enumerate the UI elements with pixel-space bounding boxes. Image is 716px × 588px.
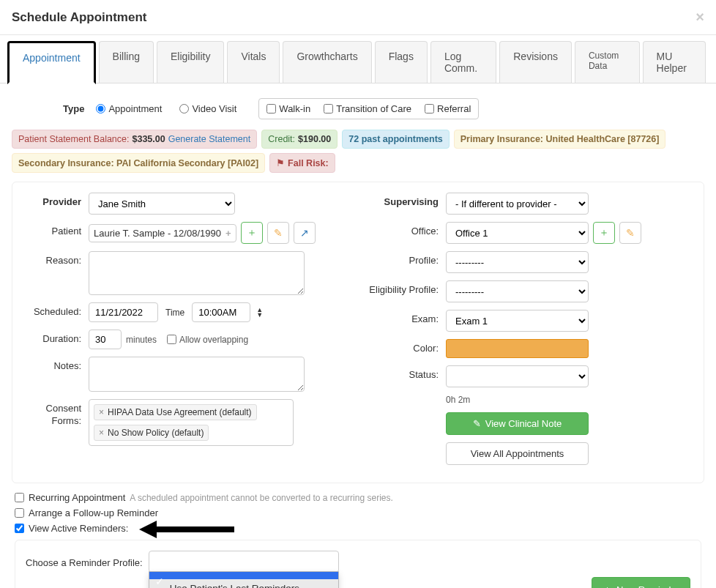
consent-tag-noshow: ×No Show Policy (default) <box>94 425 209 441</box>
check-referral-label: Referral <box>437 103 471 114</box>
view-active-reminders-label: View Active Reminders: <box>29 523 128 534</box>
minutes-label: minutes <box>126 335 157 345</box>
tab-flags[interactable]: Flags <box>375 41 428 83</box>
recurring-hint: A scheduled appointment cannot be conver… <box>130 493 393 503</box>
fallrisk-text: Fall Risk: <box>288 158 329 168</box>
check-transition[interactable]: Transition of Care <box>324 103 411 114</box>
eligibility-profile-select[interactable]: --------- <box>446 280 589 302</box>
check-transition-label: Transition of Care <box>336 103 411 114</box>
office-label: Office: <box>365 222 446 237</box>
check-referral[interactable]: Referral <box>425 103 471 114</box>
annotation-arrow-icon <box>139 521 234 538</box>
secondary-ins-text: Secondary Insurance: PAI California Seco… <box>18 158 258 168</box>
badge-credit: Credit: $190.00 <box>261 130 338 149</box>
profile-select[interactable]: --------- <box>446 251 589 273</box>
recurring-label: Recurring Appointment <box>29 492 125 503</box>
radio-video-visit[interactable]: Video Visit <box>179 103 236 114</box>
remove-consent-icon[interactable]: × <box>99 428 104 438</box>
add-patient-button[interactable]: ＋ <box>241 222 263 244</box>
notes-textarea[interactable] <box>89 357 305 392</box>
badge-primary-insurance: Primary Insurance: United HealthCare [87… <box>454 130 666 149</box>
credit-amount: $190.00 <box>298 134 331 144</box>
view-clinical-note-button[interactable]: ✎View Clinical Note <box>446 412 589 435</box>
edit-office-button[interactable]: ✎ <box>619 222 641 244</box>
reminder-profile-dropdown: Use Patient's Last Reminders Surgery (Ja… <box>149 571 339 588</box>
tab-growthcharts[interactable]: Growthcharts <box>283 41 371 83</box>
badge-secondary-insurance: Secondary Insurance: PAI California Seco… <box>12 153 265 173</box>
tab-revisions[interactable]: Revisions <box>499 41 572 83</box>
tab-custom-data[interactable]: Custom Data <box>575 41 640 83</box>
allow-overlap-check[interactable]: Allow overlapping <box>167 335 248 345</box>
edit-icon: ✎ <box>473 418 481 429</box>
past-appts-text: 72 past appointments <box>348 134 443 144</box>
type-label: Type <box>63 103 84 114</box>
status-label: Status: <box>365 365 446 380</box>
tab-log-comm[interactable]: Log Comm. <box>430 41 496 83</box>
reminder-profile-select[interactable] <box>149 551 339 573</box>
provider-select[interactable]: Jane Smith <box>89 193 235 215</box>
badge-statement-balance: Patient Statement Balance: $335.00 Gener… <box>12 130 257 149</box>
primary-ins-text: Primary Insurance: United HealthCare [87… <box>460 134 660 144</box>
remove-consent-icon[interactable]: × <box>99 407 104 417</box>
generate-statement-link[interactable]: Generate Statement <box>168 134 251 144</box>
consent-forms-box[interactable]: ×HIPAA Data Use Agreement (default) ×No … <box>89 399 294 446</box>
status-time: 0h 2m <box>446 395 470 405</box>
duration-label: Duration: <box>23 330 89 344</box>
external-link-button[interactable]: ↗ <box>294 222 316 244</box>
check-walkin-label: Walk-in <box>279 103 310 114</box>
reminder-option-blank[interactable] <box>149 572 338 579</box>
statement-label: Patient Statement Balance: <box>18 134 129 144</box>
tab-mu-helper[interactable]: MU Helper <box>643 41 706 83</box>
supervising-label: Supervising <box>365 193 446 207</box>
consent1-text: HIPAA Data Use Agreement (default) <box>108 407 252 417</box>
supervising-select[interactable]: - If different to provider - <box>446 193 589 215</box>
reminder-option-last[interactable]: Use Patient's Last Reminders <box>149 579 338 588</box>
credit-label: Credit: <box>268 134 295 144</box>
badge-past-appointments[interactable]: 72 past appointments <box>342 130 450 149</box>
add-office-button[interactable]: ＋ <box>593 222 615 244</box>
followup-checkbox[interactable] <box>15 508 24 518</box>
reason-textarea[interactable] <box>89 251 305 295</box>
notes-label: Notes: <box>23 357 89 371</box>
radio-video-label: Video Visit <box>192 103 236 114</box>
view-all-appointments-button[interactable]: View All Appointments <box>446 442 589 465</box>
color-label: Color: <box>365 339 446 354</box>
edit-patient-button[interactable]: ✎ <box>267 222 289 244</box>
office-select[interactable]: Office 1 <box>446 222 589 244</box>
time-spinner[interactable]: ▲▼ <box>256 308 263 318</box>
close-icon[interactable]: × <box>696 9 704 26</box>
provider-label: Provider <box>23 193 89 207</box>
plus-icon: ＋ <box>603 583 612 588</box>
new-reminder-button[interactable]: ＋New Reminder <box>592 577 690 588</box>
check-walkin[interactable]: Walk-in <box>266 103 310 114</box>
status-select[interactable] <box>446 365 589 387</box>
color-swatch[interactable] <box>446 339 589 358</box>
consent2-text: No Show Policy (default) <box>108 428 204 438</box>
radio-appointment[interactable]: Appointment <box>96 103 162 114</box>
allow-overlap-label: Allow overlapping <box>179 335 248 345</box>
patient-value: Laurie T. Sample - 12/08/1990 <box>94 228 221 239</box>
tab-billing[interactable]: Billing <box>99 41 154 83</box>
tab-vitals[interactable]: Vitals <box>227 41 280 83</box>
profile-label: Profile: <box>365 251 446 266</box>
radio-appointment-label: Appointment <box>108 103 162 114</box>
exam-select[interactable]: Exam 1 <box>446 310 589 332</box>
patient-field[interactable]: Laurie T. Sample - 12/08/1990 + <box>89 224 236 242</box>
exam-label: Exam: <box>365 310 446 324</box>
followup-label: Arrange a Follow-up Reminder <box>29 507 158 518</box>
consent-tag-hipaa: ×HIPAA Data Use Agreement (default) <box>94 404 257 420</box>
new-reminder-label: New Reminder <box>616 584 679 589</box>
tab-appointment[interactable]: Appointment <box>7 41 96 84</box>
time-label: Time <box>165 308 184 318</box>
recurring-checkbox[interactable] <box>15 493 24 502</box>
scheduled-date-input[interactable] <box>89 302 158 322</box>
flag-icon: ⚑ <box>276 157 285 168</box>
patient-label: Patient <box>23 222 89 237</box>
tab-eligibility[interactable]: Eligibility <box>157 41 224 83</box>
patient-add-icon[interactable]: + <box>225 228 231 239</box>
scheduled-time-input[interactable] <box>192 302 250 322</box>
duration-input[interactable] <box>89 330 122 349</box>
badge-fall-risk: ⚑ Fall Risk: <box>269 153 335 173</box>
modal-title: Schedule Appointment <box>12 10 147 25</box>
view-active-reminders-checkbox[interactable] <box>15 524 24 533</box>
